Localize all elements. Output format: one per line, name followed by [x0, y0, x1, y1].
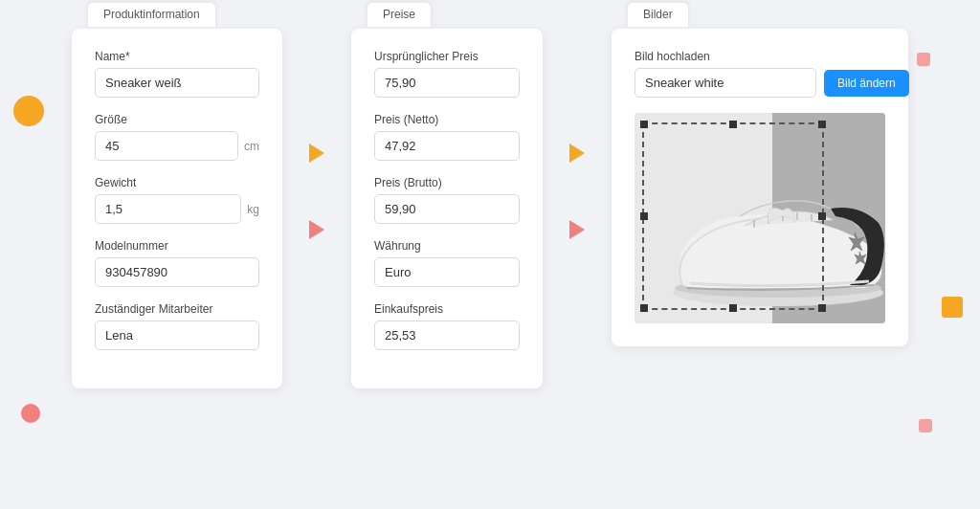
- label-modelnummer: Modelnummer: [95, 239, 259, 253]
- label-groesse: Größe: [95, 113, 259, 126]
- arrow-2: [569, 29, 585, 239]
- card-produktinformation: Produktinformation Name* Größe cm Gewich…: [72, 29, 282, 388]
- input-waehrung[interactable]: [374, 257, 520, 287]
- deco-pink-square-br: [919, 419, 932, 432]
- handle-bl[interactable]: [640, 304, 648, 312]
- unit-groesse: cm: [244, 140, 259, 153]
- bild-upload-row: Bild ändern: [635, 68, 885, 98]
- field-einkaufspreis: Einkaufspreis: [374, 302, 520, 350]
- arrow-shape-4: [569, 220, 585, 239]
- unit-gewicht: kg: [247, 203, 259, 216]
- field-gewicht: Gewicht kg: [95, 176, 259, 224]
- input-modelnummer[interactable]: [95, 257, 259, 287]
- deco-salmon-circle: [21, 404, 40, 423]
- produktinformation-content: Name* Größe cm Gewicht kg Modelnummer: [72, 29, 282, 388]
- deco-orange-circle: [13, 96, 44, 126]
- handle-rm[interactable]: [818, 212, 826, 220]
- handle-tl[interactable]: [640, 121, 648, 128]
- page-wrapper: Produktinformation Name* Größe cm Gewich…: [0, 0, 980, 509]
- card-preise: Preise Ursprünglicher Preis Preis (Netto…: [351, 29, 543, 388]
- field-preis-netto: Preis (Netto): [374, 113, 520, 161]
- handle-br[interactable]: [818, 304, 826, 312]
- deco-pink-square-tr: [917, 53, 930, 66]
- label-name: Name*: [95, 50, 259, 63]
- input-ursprunglicher-preis[interactable]: [374, 68, 520, 98]
- tab-bilder[interactable]: Bilder: [627, 2, 689, 27]
- input-preis-netto[interactable]: [374, 131, 520, 161]
- input-einkaufspreis[interactable]: [374, 321, 520, 350]
- handle-bm[interactable]: [729, 304, 737, 312]
- selection-rectangle[interactable]: [642, 122, 824, 310]
- label-ursprunglicher-preis: Ursprünglicher Preis: [374, 50, 520, 63]
- field-ursprunglicher-preis: Ursprünglicher Preis: [374, 50, 520, 98]
- arrow-shape-2: [309, 220, 324, 239]
- image-container: [635, 113, 885, 323]
- field-mitarbeiter: Zuständiger Mitarbeiter: [95, 302, 259, 350]
- bild-aendern-button[interactable]: Bild ändern: [824, 70, 909, 97]
- field-preis-brutto: Preis (Brutto): [374, 176, 520, 224]
- input-mitarbeiter[interactable]: [95, 321, 259, 350]
- handle-tm[interactable]: [729, 121, 737, 128]
- input-preis-brutto[interactable]: [374, 194, 520, 224]
- input-groesse[interactable]: [95, 131, 238, 161]
- field-waehrung: Währung: [374, 239, 520, 287]
- input-gewicht[interactable]: [95, 194, 241, 224]
- tab-preise[interactable]: Preise: [367, 2, 432, 27]
- field-groesse: Größe cm: [95, 113, 259, 161]
- arrow-shape-1: [309, 144, 324, 163]
- label-bild-hochladen: Bild hochladen: [635, 50, 885, 63]
- bild-upload-input[interactable]: [635, 68, 816, 98]
- label-waehrung: Währung: [374, 239, 520, 253]
- label-mitarbeiter: Zuständiger Mitarbeiter: [95, 302, 259, 316]
- bilder-content: Bild hochladen Bild ändern: [612, 29, 908, 346]
- deco-orange-square-mr: [942, 297, 963, 318]
- tab-produktinformation[interactable]: Produktinformation: [87, 2, 216, 27]
- label-gewicht: Gewicht: [95, 176, 259, 189]
- field-bild-hochladen: Bild hochladen Bild ändern: [635, 50, 885, 98]
- field-modelnummer: Modelnummer: [95, 239, 259, 287]
- preise-content: Ursprünglicher Preis Preis (Netto) Preis…: [351, 29, 543, 388]
- label-preis-netto: Preis (Netto): [374, 113, 520, 126]
- label-einkaufspreis: Einkaufspreis: [374, 302, 520, 316]
- field-name: Name*: [95, 50, 259, 98]
- arrow-shape-3: [569, 144, 585, 163]
- card-bilder: Bilder Bild hochladen Bild ändern: [612, 29, 908, 346]
- label-preis-brutto: Preis (Brutto): [374, 176, 520, 189]
- arrow-1: [309, 29, 324, 239]
- input-name[interactable]: [95, 68, 259, 98]
- handle-lm[interactable]: [640, 212, 648, 220]
- handle-tr[interactable]: [818, 121, 826, 128]
